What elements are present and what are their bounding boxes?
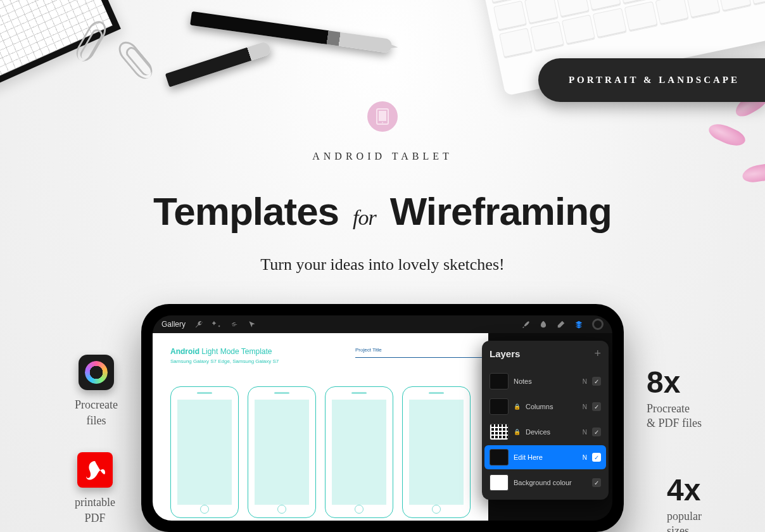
- canvas-area[interactable]: Android Light Mode Template Samsung Gala…: [153, 333, 488, 521]
- layer-row-selected[interactable]: Edit Here N ✓: [484, 445, 606, 469]
- layer-name: Columns: [526, 403, 578, 410]
- procreate-toolbar: Gallery S: [153, 315, 612, 333]
- layers-panel: Layers + Notes N ✓ 🔒 Columns N ✓ 🔒 Devic…: [482, 341, 609, 500]
- project-title-label: Project Title: [355, 347, 382, 353]
- layer-row[interactable]: Background colour ✓: [484, 471, 606, 495]
- layer-thumbnail: [490, 398, 509, 415]
- gallery-button[interactable]: Gallery: [161, 320, 186, 328]
- wrench-icon[interactable]: [194, 320, 203, 329]
- project-title-underline: [355, 357, 495, 358]
- tablet-mockup: Gallery S Android Light Mode Template Sa…: [141, 304, 624, 532]
- layers-icon[interactable]: [574, 320, 583, 329]
- feature-count-sizes: 4x popular sizes: [667, 475, 702, 532]
- title-word-wireframing: Wireframing: [390, 189, 612, 234]
- layer-name: Devices: [526, 428, 578, 436]
- feature-label: sizes: [667, 524, 702, 532]
- layer-thumbnail: [490, 449, 509, 466]
- blend-mode-indicator: N: [583, 429, 587, 436]
- device-outline: [402, 386, 471, 518]
- wand-icon[interactable]: [212, 320, 221, 329]
- visibility-checkbox[interactable]: ✓: [592, 478, 601, 487]
- select-icon[interactable]: S: [230, 320, 239, 329]
- tablet-icon: [376, 108, 389, 125]
- layer-name: Notes: [514, 377, 578, 385]
- product-icon: [367, 101, 398, 132]
- layer-name: Background colour: [514, 479, 587, 486]
- blend-mode-indicator: N: [583, 403, 587, 410]
- tablet-screen: Gallery S Android Light Mode Template Sa…: [153, 315, 612, 521]
- svg-point-2: [382, 122, 383, 124]
- feature-label: Procreate: [647, 402, 702, 416]
- svg-text:S: S: [232, 322, 236, 327]
- layer-row[interactable]: 🔒 Devices N ✓: [484, 420, 606, 444]
- blend-mode-indicator: N: [583, 378, 587, 385]
- add-layer-button[interactable]: +: [594, 347, 601, 360]
- layers-panel-title: Layers: [490, 348, 520, 359]
- template-subtitle: Samsung Galaxy S7 Edge, Samsung Galaxy S…: [170, 358, 471, 364]
- lock-icon: 🔒: [514, 429, 521, 435]
- feature-label: PDF: [75, 511, 115, 526]
- hero-section: ANDROID TABLET Templates for Wireframing…: [0, 101, 765, 274]
- brush-icon[interactable]: [521, 320, 530, 329]
- procreate-app-icon: [79, 355, 114, 390]
- visibility-checkbox[interactable]: ✓: [592, 402, 601, 411]
- title-word-templates: Templates: [153, 189, 339, 234]
- feature-label: files: [75, 414, 118, 428]
- device-outline: [170, 386, 239, 518]
- feature-label: printable: [75, 495, 115, 510]
- feature-big-number: 4x: [667, 475, 702, 505]
- main-title: Templates for Wireframing: [153, 189, 612, 234]
- layer-thumbnail: [490, 373, 509, 390]
- layer-name: Edit Here: [514, 453, 578, 461]
- title-word-for: for: [353, 206, 376, 230]
- layer-row[interactable]: 🔒 Columns N ✓: [484, 395, 606, 419]
- layer-thumbnail: [490, 424, 509, 440]
- device-outlines-row: [170, 386, 471, 518]
- lock-icon: 🔒: [514, 403, 521, 410]
- smudge-icon[interactable]: [539, 320, 548, 329]
- svg-rect-1: [379, 111, 386, 121]
- feature-printable-pdf: printable PDF: [75, 452, 115, 526]
- feature-count-files: 8x Procreate & PDF files: [647, 367, 702, 431]
- cursor-icon[interactable]: [248, 320, 256, 329]
- feature-procreate-files: Procreate files: [75, 355, 118, 429]
- feature-label: popular: [667, 509, 702, 524]
- layer-row[interactable]: Notes N ✓: [484, 369, 606, 393]
- blend-mode-indicator: N: [583, 454, 587, 461]
- device-outline: [248, 386, 316, 518]
- feature-label: & PDF files: [647, 416, 702, 431]
- color-well[interactable]: [592, 319, 604, 330]
- visibility-checkbox[interactable]: ✓: [592, 428, 601, 436]
- device-outline: [325, 386, 393, 518]
- acrobat-app-icon: [77, 452, 113, 488]
- layer-thumbnail: [490, 474, 509, 491]
- feature-big-number: 8x: [647, 367, 702, 398]
- feature-label: Procreate: [75, 398, 118, 412]
- visibility-checkbox[interactable]: ✓: [592, 377, 601, 386]
- orientation-badge: PORTRAIT & LANDSCAPE: [538, 58, 765, 102]
- subtitle-text: Turn your ideas into lovely sketches!: [0, 255, 765, 274]
- eraser-icon[interactable]: [557, 320, 566, 329]
- eyebrow-text: ANDROID TABLET: [0, 151, 765, 162]
- visibility-checkbox[interactable]: ✓: [592, 453, 601, 462]
- template-title: Android Light Mode Template: [170, 347, 471, 356]
